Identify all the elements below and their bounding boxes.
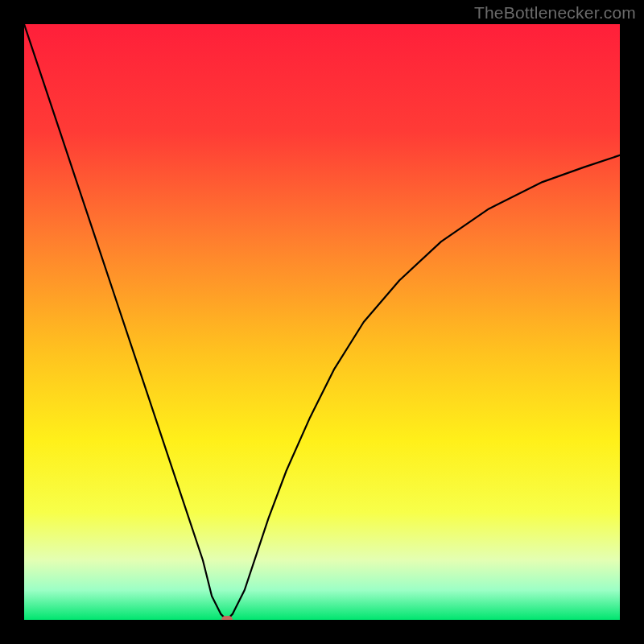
chart-frame: TheBottlenecker.com — [0, 0, 644, 644]
plot-area — [24, 24, 620, 620]
optimal-marker — [221, 616, 233, 620]
bottleneck-curve — [24, 24, 620, 620]
watermark-text: TheBottlenecker.com — [474, 3, 636, 23]
